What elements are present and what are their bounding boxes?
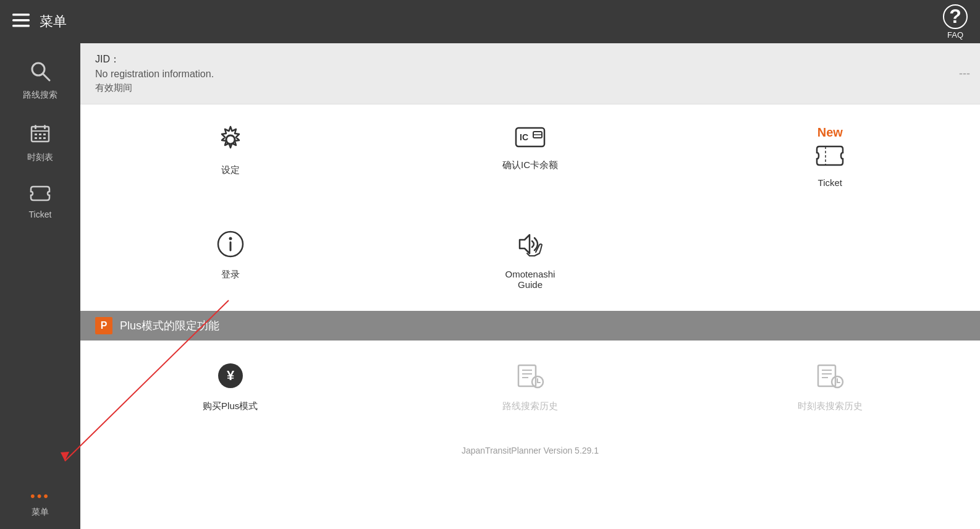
omotenashi-label: OmotenashiGuide <box>505 269 555 290</box>
ticket-menu-icon <box>815 145 845 172</box>
svg-rect-0 <box>12 14 30 16</box>
svg-line-4 <box>43 74 49 80</box>
sidebar-timetable-label: 时刻表 <box>27 152 53 163</box>
sidebar-menu-label: 菜单 <box>32 507 49 518</box>
svg-marker-26 <box>520 235 530 253</box>
app-header: 菜单 ? FAQ <box>0 0 980 43</box>
sidebar: 路线搜索 时刻表 <box>0 43 80 529</box>
settings-icon <box>216 125 245 159</box>
settings-label: 设定 <box>221 164 240 176</box>
svg-text:¥: ¥ <box>227 368 235 383</box>
more-dots[interactable]: ••• <box>30 488 50 504</box>
sidebar-item-route-search[interactable]: 路线搜索 <box>0 49 80 112</box>
faq-button[interactable]: ? FAQ <box>943 4 968 40</box>
ticket-icon <box>30 185 51 206</box>
svg-rect-12 <box>35 137 37 139</box>
empty-menu-cell <box>680 215 980 305</box>
info-icon <box>216 230 245 264</box>
content-area: JID： No registration information. 有效期间 -… <box>80 43 980 529</box>
ticket-label: Ticket <box>818 177 842 188</box>
menu-grid-row1: 设定 IC 确认IC卡余额 New <box>80 104 980 209</box>
plus-menu-grid: ¥ 购买Plus模式 <box>80 341 980 433</box>
faq-label: FAQ <box>947 30 963 40</box>
svg-rect-11 <box>43 133 46 135</box>
svg-rect-9 <box>35 133 37 135</box>
sidebar-item-ticket[interactable]: Ticket <box>0 174 80 231</box>
settings-menu-item[interactable]: 设定 <box>80 111 380 203</box>
ic-card-menu-item[interactable]: IC 确认IC卡余额 <box>380 111 680 203</box>
buy-plus-label: 购买Plus模式 <box>203 400 258 412</box>
svg-rect-29 <box>518 365 536 386</box>
omotenashi-menu-item[interactable]: OmotenashiGuide <box>380 215 680 305</box>
timetable-history-label: 时刻表搜索历史 <box>798 400 863 412</box>
ic-card-label: 确认IC卡余额 <box>502 159 558 171</box>
sidebar-route-search-label: 路线搜索 <box>23 90 57 101</box>
svg-rect-10 <box>39 133 41 135</box>
search-icon <box>30 61 51 86</box>
svg-rect-13 <box>39 137 41 139</box>
svg-rect-1 <box>12 19 30 22</box>
hamburger-icon[interactable] <box>12 14 30 30</box>
timetable-history-menu-item[interactable]: 时刻表搜索历史 <box>680 347 980 427</box>
register-label: 登录 <box>221 269 240 281</box>
svg-rect-36 <box>818 365 835 386</box>
plus-section-header: P Plus模式的限定功能 <box>80 311 980 341</box>
svg-point-17 <box>226 135 235 144</box>
menu-grid-row2: 登录 OmotenashiGuide <box>80 209 980 311</box>
sidebar-ticket-label: Ticket <box>29 209 52 219</box>
header-title: 菜单 <box>40 12 67 31</box>
sidebar-bottom: ••• 菜单 <box>0 488 80 529</box>
timetable-history-icon <box>816 362 844 396</box>
svg-rect-7 <box>35 125 36 129</box>
svg-rect-8 <box>44 125 46 129</box>
buy-plus-menu-item[interactable]: ¥ 购买Plus模式 <box>80 347 380 427</box>
route-history-icon <box>516 362 544 396</box>
route-history-menu-item[interactable]: 路线搜索历史 <box>380 347 680 427</box>
register-menu-item[interactable]: 登录 <box>80 215 380 305</box>
jid-section: JID： No registration information. 有效期间 -… <box>80 43 980 104</box>
yen-icon: ¥ <box>216 362 245 396</box>
timetable-icon <box>30 123 51 148</box>
ticket-new-menu-item[interactable]: New Ticket <box>680 111 980 203</box>
faq-icon: ? <box>943 4 968 29</box>
route-history-label: 路线搜索历史 <box>502 400 558 412</box>
svg-rect-2 <box>12 25 30 27</box>
svg-rect-14 <box>43 137 46 139</box>
svg-marker-16 <box>61 452 69 461</box>
jid-validity: 有效期间 <box>95 82 965 94</box>
ic-card-icon: IC <box>515 125 546 154</box>
jid-label: JID： <box>95 53 965 66</box>
svg-point-24 <box>229 237 232 240</box>
jid-no-registration: No registration information. <box>95 69 965 80</box>
jid-more-button[interactable]: --- <box>959 67 970 80</box>
main-layout: 路线搜索 时刻表 <box>0 43 980 529</box>
plus-header-title: Plus模式的限定功能 <box>120 318 219 333</box>
omotenashi-icon <box>516 230 544 264</box>
plus-badge: P <box>95 317 112 334</box>
sidebar-item-timetable[interactable]: 时刻表 <box>0 112 80 174</box>
svg-text:IC: IC <box>520 132 528 142</box>
new-badge: New <box>817 125 843 140</box>
version-text: JapanTransitPlanner Version 5.29.1 <box>80 433 980 468</box>
